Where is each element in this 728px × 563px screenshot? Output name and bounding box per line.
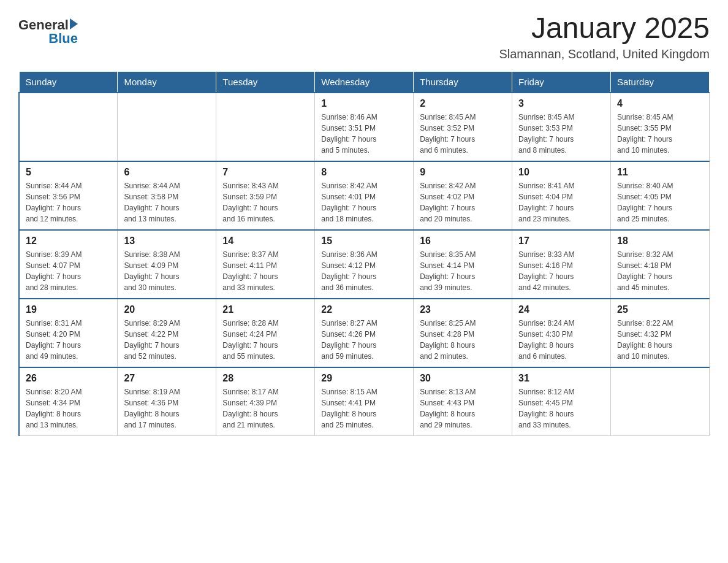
calendar-day-26: 26Sunrise: 8:20 AMSunset: 4:34 PMDayligh… — [19, 367, 118, 436]
day-info-14: Sunrise: 8:37 AMSunset: 4:11 PMDaylight:… — [222, 249, 308, 293]
weekday-header-tuesday: Tuesday — [216, 71, 315, 93]
day-info-20: Sunrise: 8:29 AMSunset: 4:22 PMDaylight:… — [124, 318, 210, 362]
calendar-title: January 2025 — [499, 12, 710, 45]
calendar-day-20: 20Sunrise: 8:29 AMSunset: 4:22 PMDayligh… — [118, 299, 216, 367]
day-number-30: 30 — [420, 373, 506, 384]
calendar-day-15: 15Sunrise: 8:36 AMSunset: 4:12 PMDayligh… — [315, 230, 414, 299]
calendar-day-25: 25Sunrise: 8:22 AMSunset: 4:32 PMDayligh… — [611, 299, 710, 367]
day-number-6: 6 — [124, 167, 210, 178]
day-info-1: Sunrise: 8:46 AMSunset: 3:51 PMDaylight:… — [321, 112, 407, 156]
calendar-empty-cell — [118, 93, 216, 161]
weekday-header-row: SundayMondayTuesdayWednesdayThursdayFrid… — [19, 71, 710, 93]
day-number-18: 18 — [617, 236, 703, 247]
day-info-21: Sunrise: 8:28 AMSunset: 4:24 PMDaylight:… — [222, 318, 308, 362]
day-number-23: 23 — [420, 304, 506, 315]
weekday-header-friday: Friday — [512, 71, 611, 93]
calendar-day-29: 29Sunrise: 8:15 AMSunset: 4:41 PMDayligh… — [315, 367, 414, 436]
day-number-17: 17 — [518, 236, 604, 247]
day-info-22: Sunrise: 8:27 AMSunset: 4:26 PMDaylight:… — [321, 318, 407, 362]
calendar-day-4: 4Sunrise: 8:45 AMSunset: 3:55 PMDaylight… — [611, 93, 710, 161]
calendar-day-31: 31Sunrise: 8:12 AMSunset: 4:45 PMDayligh… — [512, 367, 611, 436]
day-number-1: 1 — [321, 98, 407, 109]
calendar-day-13: 13Sunrise: 8:38 AMSunset: 4:09 PMDayligh… — [118, 230, 216, 299]
logo-blue: Blue — [48, 31, 78, 47]
day-info-26: Sunrise: 8:20 AMSunset: 4:34 PMDaylight:… — [26, 386, 111, 431]
day-number-14: 14 — [222, 236, 308, 247]
calendar-week-row-4: 19Sunrise: 8:31 AMSunset: 4:20 PMDayligh… — [19, 299, 710, 367]
calendar-day-7: 7Sunrise: 8:43 AMSunset: 3:59 PMDaylight… — [216, 161, 315, 230]
calendar-day-27: 27Sunrise: 8:19 AMSunset: 4:36 PMDayligh… — [118, 367, 216, 436]
day-number-5: 5 — [26, 167, 111, 178]
calendar-week-row-1: 1Sunrise: 8:46 AMSunset: 3:51 PMDaylight… — [19, 93, 710, 161]
day-number-31: 31 — [518, 373, 604, 384]
calendar-day-9: 9Sunrise: 8:42 AMSunset: 4:02 PMDaylight… — [414, 161, 512, 230]
day-info-10: Sunrise: 8:41 AMSunset: 4:04 PMDaylight:… — [518, 180, 604, 224]
day-info-24: Sunrise: 8:24 AMSunset: 4:30 PMDaylight:… — [518, 318, 604, 362]
calendar-day-19: 19Sunrise: 8:31 AMSunset: 4:20 PMDayligh… — [19, 299, 118, 367]
calendar-subtitle: Slamannan, Scotland, United Kingdom — [499, 47, 710, 61]
calendar-day-12: 12Sunrise: 8:39 AMSunset: 4:07 PMDayligh… — [19, 230, 118, 299]
day-info-4: Sunrise: 8:45 AMSunset: 3:55 PMDaylight:… — [617, 112, 703, 156]
calendar-day-14: 14Sunrise: 8:37 AMSunset: 4:11 PMDayligh… — [216, 230, 315, 299]
page-header: General Blue January 2025 Slamannan, Sco… — [18, 12, 710, 61]
day-info-19: Sunrise: 8:31 AMSunset: 4:20 PMDaylight:… — [26, 318, 111, 362]
day-number-12: 12 — [26, 236, 111, 247]
weekday-header-thursday: Thursday — [414, 71, 512, 93]
calendar-empty-cell — [216, 93, 315, 161]
day-number-9: 9 — [420, 167, 506, 178]
calendar-day-28: 28Sunrise: 8:17 AMSunset: 4:39 PMDayligh… — [216, 367, 315, 436]
day-number-11: 11 — [617, 167, 703, 178]
calendar-day-22: 22Sunrise: 8:27 AMSunset: 4:26 PMDayligh… — [315, 299, 414, 367]
day-info-7: Sunrise: 8:43 AMSunset: 3:59 PMDaylight:… — [222, 180, 308, 224]
day-number-19: 19 — [26, 304, 111, 315]
day-number-20: 20 — [124, 304, 210, 315]
day-info-2: Sunrise: 8:45 AMSunset: 3:52 PMDaylight:… — [420, 112, 506, 156]
day-number-3: 3 — [518, 98, 604, 109]
calendar-day-10: 10Sunrise: 8:41 AMSunset: 4:04 PMDayligh… — [512, 161, 611, 230]
day-info-15: Sunrise: 8:36 AMSunset: 4:12 PMDaylight:… — [321, 249, 407, 293]
day-info-3: Sunrise: 8:45 AMSunset: 3:53 PMDaylight:… — [518, 112, 604, 156]
day-number-21: 21 — [222, 304, 308, 315]
calendar-day-8: 8Sunrise: 8:42 AMSunset: 4:01 PMDaylight… — [315, 161, 414, 230]
calendar-day-11: 11Sunrise: 8:40 AMSunset: 4:05 PMDayligh… — [611, 161, 710, 230]
weekday-header-saturday: Saturday — [611, 71, 710, 93]
day-info-17: Sunrise: 8:33 AMSunset: 4:16 PMDaylight:… — [518, 249, 604, 293]
day-info-8: Sunrise: 8:42 AMSunset: 4:01 PMDaylight:… — [321, 180, 407, 224]
day-info-28: Sunrise: 8:17 AMSunset: 4:39 PMDaylight:… — [222, 386, 308, 431]
day-number-24: 24 — [518, 304, 604, 315]
day-info-25: Sunrise: 8:22 AMSunset: 4:32 PMDaylight:… — [617, 318, 703, 362]
day-number-7: 7 — [222, 167, 308, 178]
logo-icon: General Blue — [18, 17, 78, 47]
day-number-16: 16 — [420, 236, 506, 247]
calendar-day-18: 18Sunrise: 8:32 AMSunset: 4:18 PMDayligh… — [611, 230, 710, 299]
calendar-day-30: 30Sunrise: 8:13 AMSunset: 4:43 PMDayligh… — [414, 367, 512, 436]
day-number-26: 26 — [26, 373, 111, 384]
calendar-day-5: 5Sunrise: 8:44 AMSunset: 3:56 PMDaylight… — [19, 161, 118, 230]
day-info-9: Sunrise: 8:42 AMSunset: 4:02 PMDaylight:… — [420, 180, 506, 224]
day-number-28: 28 — [222, 373, 308, 384]
day-number-10: 10 — [518, 167, 604, 178]
day-info-31: Sunrise: 8:12 AMSunset: 4:45 PMDaylight:… — [518, 386, 604, 431]
weekday-header-wednesday: Wednesday — [315, 71, 414, 93]
calendar-day-21: 21Sunrise: 8:28 AMSunset: 4:24 PMDayligh… — [216, 299, 315, 367]
day-number-27: 27 — [124, 373, 210, 384]
day-info-27: Sunrise: 8:19 AMSunset: 4:36 PMDaylight:… — [124, 386, 210, 431]
day-info-29: Sunrise: 8:15 AMSunset: 4:41 PMDaylight:… — [321, 386, 407, 431]
logo: General Blue — [18, 17, 78, 47]
day-info-18: Sunrise: 8:32 AMSunset: 4:18 PMDaylight:… — [617, 249, 703, 293]
day-info-30: Sunrise: 8:13 AMSunset: 4:43 PMDaylight:… — [420, 386, 506, 431]
day-number-4: 4 — [617, 98, 703, 109]
calendar-day-3: 3Sunrise: 8:45 AMSunset: 3:53 PMDaylight… — [512, 93, 611, 161]
day-info-13: Sunrise: 8:38 AMSunset: 4:09 PMDaylight:… — [124, 249, 210, 293]
weekday-header-sunday: Sunday — [19, 71, 118, 93]
calendar-week-row-2: 5Sunrise: 8:44 AMSunset: 3:56 PMDaylight… — [19, 161, 710, 230]
day-number-2: 2 — [420, 98, 506, 109]
day-number-22: 22 — [321, 304, 407, 315]
calendar-table: SundayMondayTuesdayWednesdayThursdayFrid… — [18, 71, 710, 436]
calendar-week-row-5: 26Sunrise: 8:20 AMSunset: 4:34 PMDayligh… — [19, 367, 710, 436]
title-section: January 2025 Slamannan, Scotland, United… — [499, 12, 710, 61]
calendar-day-24: 24Sunrise: 8:24 AMSunset: 4:30 PMDayligh… — [512, 299, 611, 367]
day-number-13: 13 — [124, 236, 210, 247]
day-number-8: 8 — [321, 167, 407, 178]
day-info-23: Sunrise: 8:25 AMSunset: 4:28 PMDaylight:… — [420, 318, 506, 362]
